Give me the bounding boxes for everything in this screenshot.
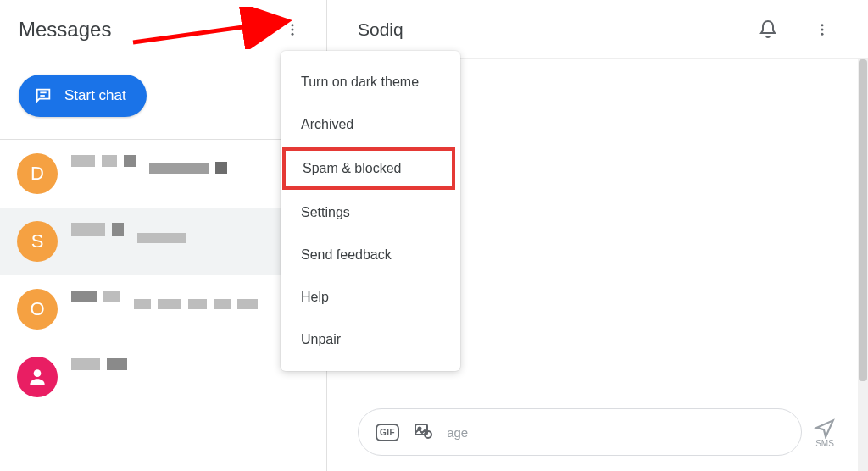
svg-point-6 xyxy=(821,24,824,26)
avatar: S xyxy=(17,221,58,262)
avatar: D xyxy=(17,153,58,194)
scrollbar[interactable] xyxy=(858,59,868,471)
conversation-list: D 8/31 S 8/31 O 8/22 8/21 xyxy=(0,140,326,471)
menu-item-dark-theme[interactable]: Turn on dark theme xyxy=(281,61,460,103)
image-attach-icon[interactable] xyxy=(413,420,433,444)
conversation-title: Sodiq xyxy=(358,19,403,40)
conversation-more-icon[interactable] xyxy=(807,14,837,45)
svg-point-8 xyxy=(821,32,824,35)
send-mode-label: SMS xyxy=(815,439,834,448)
svg-point-1 xyxy=(292,29,294,31)
send-button[interactable]: SMS xyxy=(814,417,836,448)
chat-icon xyxy=(34,86,53,105)
start-chat-button[interactable]: Start chat xyxy=(19,75,147,117)
conversation-item[interactable]: O 8/22 xyxy=(0,275,326,343)
compose-input[interactable]: GIF age xyxy=(358,408,802,456)
conversation-item[interactable]: 8/21 xyxy=(0,343,326,411)
sidebar: Messages Start chat D 8/31 S 8 xyxy=(0,0,327,471)
compose-placeholder: age xyxy=(447,425,784,440)
start-chat-label: Start chat xyxy=(64,87,126,104)
menu-item-settings[interactable]: Settings xyxy=(281,191,460,234)
svg-point-5 xyxy=(34,369,42,377)
menu-item-send-feedback[interactable]: Send feedback xyxy=(281,234,460,276)
menu-item-spam-blocked[interactable]: Spam & blocked xyxy=(282,147,455,190)
sidebar-more-icon[interactable] xyxy=(277,14,308,45)
svg-point-2 xyxy=(292,33,294,36)
avatar xyxy=(17,357,58,397)
menu-item-archived[interactable]: Archived xyxy=(281,103,460,146)
conversation-item[interactable]: D 8/31 xyxy=(0,140,326,208)
sidebar-title: Messages xyxy=(19,18,111,42)
avatar: O xyxy=(17,289,58,330)
svg-point-0 xyxy=(292,24,294,26)
svg-point-7 xyxy=(821,28,824,30)
gif-icon[interactable]: GIF xyxy=(376,424,399,441)
menu-item-unpair[interactable]: Unpair xyxy=(281,319,460,361)
conversation-item[interactable]: S 8/31 xyxy=(0,208,326,275)
overflow-menu: Turn on dark theme Archived Spam & block… xyxy=(281,51,460,371)
menu-item-help[interactable]: Help xyxy=(281,276,460,319)
notifications-icon[interactable] xyxy=(753,14,783,45)
